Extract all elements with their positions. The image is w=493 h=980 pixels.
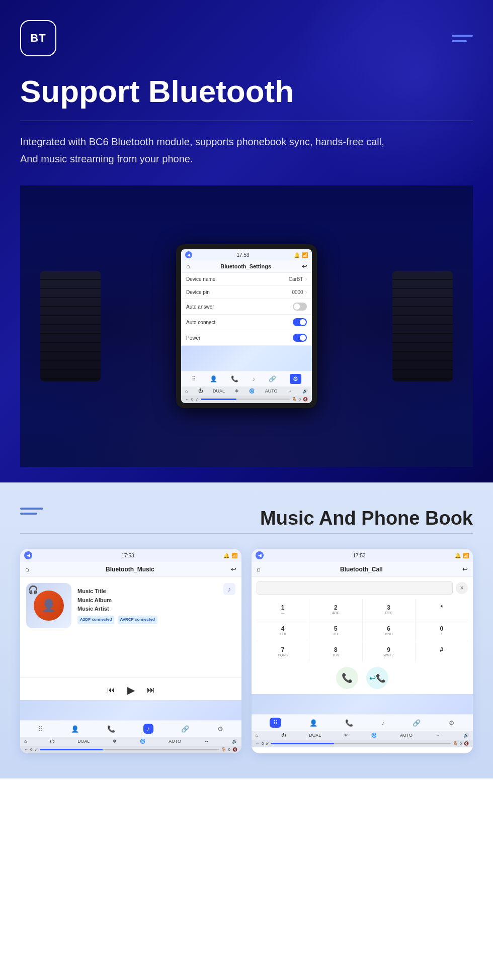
key-1[interactable]: 1— — [257, 599, 309, 620]
headphones-icon: 🎧 — [28, 585, 38, 595]
key-8[interactable]: 8TUV — [309, 641, 362, 662]
call-ctrl-bar: ⌂ ⏻ DUAL ❄ 🌀 AUTO ↔ 🔊 — [252, 731, 473, 740]
hero-nav: BT — [20, 20, 473, 56]
music-nav-settings[interactable]: ⚙ — [217, 725, 223, 733]
music-nav-phone[interactable]: 📞 — [107, 725, 115, 733]
key-5[interactable]: 5JKL — [309, 620, 362, 641]
mc-fan[interactable]: 🌀 — [140, 739, 145, 744]
call-temp-slider[interactable] — [271, 743, 450, 744]
mc-power[interactable]: ⏻ — [50, 739, 54, 744]
key-hash[interactable]: # — [416, 641, 468, 662]
back-icon[interactable]: ↩ — [302, 263, 307, 270]
cs-back[interactable]: ← — [256, 741, 260, 746]
ctrl-phone[interactable]: ↙ — [195, 397, 199, 402]
bottom-hamburger[interactable] — [20, 508, 43, 515]
ms-back[interactable]: ← — [24, 747, 28, 752]
nav-link-icon[interactable]: 🔗 — [269, 375, 276, 382]
cs-phone[interactable]: ↙ — [266, 741, 269, 746]
ctrl-seat[interactable]: 🪑 — [292, 397, 297, 402]
mc-ac[interactable]: ❄ — [113, 739, 117, 744]
call-nav-settings[interactable]: ⚙ — [449, 719, 455, 727]
cs-mute[interactable]: 🔇 — [464, 741, 469, 746]
nav-settings-icon[interactable]: ⚙ — [290, 374, 301, 384]
play-btn[interactable]: ▶ — [127, 684, 135, 696]
nav-music-icon[interactable]: ♪ — [252, 375, 255, 382]
keypad-clear-btn[interactable]: × — [456, 582, 468, 594]
music-home-icon[interactable]: ⌂ — [25, 565, 29, 573]
temp-slider[interactable] — [201, 399, 289, 400]
ctrl-vol[interactable]: 🔊 — [302, 388, 308, 394]
key-4[interactable]: 4GHI — [257, 620, 309, 641]
call-nav-link[interactable]: 🔗 — [413, 719, 421, 727]
key-7[interactable]: 7PQRS — [257, 641, 309, 662]
call-panel-wave — [252, 694, 473, 714]
nav-phone-icon[interactable]: 📞 — [231, 375, 238, 382]
ms-mute[interactable]: 🔇 — [232, 747, 237, 752]
call-back-btn[interactable]: ◀ — [256, 551, 264, 559]
setting-auto-answer[interactable]: Auto answer — [181, 299, 312, 315]
setting-device-name[interactable]: Device name CarBT › — [181, 273, 312, 286]
dial-btn[interactable]: 📞 — [336, 667, 358, 689]
call-home-icon[interactable]: ⌂ — [257, 565, 261, 573]
music-note-icon: ♪ — [223, 583, 235, 595]
ctrl-fan[interactable]: 🌀 — [249, 388, 255, 394]
cc-vol[interactable]: 🔊 — [463, 733, 469, 738]
screen-status-icons: 🔔📶 — [294, 252, 308, 258]
setting-device-pin[interactable]: Device pin 0000 › — [181, 286, 312, 299]
nav-profile-icon[interactable]: 👤 — [210, 375, 217, 382]
home-icon[interactable]: ⌂ — [186, 263, 190, 270]
next-track-btn[interactable]: ⏭ — [147, 685, 155, 695]
music-return-icon[interactable]: ↩ — [231, 565, 236, 573]
hamburger-menu[interactable] — [452, 35, 473, 42]
ctrl-mode[interactable]: ↔ — [288, 388, 292, 394]
music-nav-music[interactable]: ♪ — [143, 724, 153, 734]
music-nav-profile[interactable]: 👤 — [71, 725, 79, 733]
cc-power[interactable]: ⏻ — [281, 733, 286, 738]
music-nav-link[interactable]: 🔗 — [181, 725, 189, 733]
cc-ac[interactable]: ❄ — [344, 733, 348, 738]
music-nav-menu[interactable]: ⠿ — [38, 725, 43, 733]
setting-power[interactable]: Power — [181, 330, 312, 346]
auto-connect-toggle[interactable] — [293, 318, 307, 326]
key-star[interactable]: * — [416, 599, 468, 620]
redial-btn[interactable]: ↩📞 — [366, 667, 388, 689]
mc-home[interactable]: ⌂ — [24, 739, 27, 744]
ctrl-dual[interactable]: DUAL — [213, 388, 225, 394]
ctrl-home[interactable]: ⌂ — [185, 388, 188, 394]
nav-menu-icon[interactable]: ⠿ — [192, 375, 196, 382]
prev-track-btn[interactable]: ⏮ — [107, 685, 115, 695]
call-nav-phone[interactable]: 📞 — [345, 719, 353, 727]
key-2[interactable]: 2ABC — [309, 599, 362, 620]
key-3[interactable]: 3DEF — [363, 599, 415, 620]
ms-phone[interactable]: ↙ — [34, 747, 38, 752]
music-temp-slider[interactable] — [40, 749, 219, 750]
cs-zero1: 0 — [262, 741, 264, 746]
setting-auto-connect[interactable]: Auto connect — [181, 315, 312, 330]
ctrl-auto[interactable]: AUTO — [265, 388, 278, 394]
key-9[interactable]: 9WXYZ — [363, 641, 415, 662]
phone-number-input[interactable] — [257, 581, 453, 595]
hero-title: Support Bluetooth — [20, 74, 473, 109]
hero-section: BT Support Bluetooth Integrated with BC6… — [0, 0, 493, 482]
mc-mode[interactable]: ↔ — [204, 739, 209, 744]
key-0[interactable]: 0+ — [416, 620, 468, 641]
auto-answer-toggle[interactable] — [293, 303, 307, 311]
cc-fan[interactable]: 🌀 — [371, 733, 377, 738]
mc-vol[interactable]: 🔊 — [232, 739, 237, 744]
ms-seat[interactable]: 🪑 — [221, 747, 226, 752]
ctrl-power[interactable]: ⏻ — [198, 388, 203, 394]
cc-mode[interactable]: ↔ — [436, 733, 440, 738]
call-nav-music[interactable]: ♪ — [381, 719, 385, 727]
power-toggle[interactable] — [293, 334, 307, 342]
ctrl-ac[interactable]: ❄ — [235, 388, 239, 394]
music-back-btn[interactable]: ◀ — [24, 551, 32, 559]
screen-back-btn[interactable]: ◀ — [185, 251, 192, 258]
ctrl-back[interactable]: ← — [185, 397, 189, 402]
key-6[interactable]: 6MNO — [363, 620, 415, 641]
ctrl-mute[interactable]: 🔇 — [303, 397, 308, 402]
call-nav-menu[interactable]: ⠿ — [270, 718, 281, 728]
cs-seat[interactable]: 🪑 — [453, 741, 458, 746]
cc-home[interactable]: ⌂ — [256, 733, 258, 738]
call-nav-profile[interactable]: 👤 — [309, 719, 317, 727]
call-return-icon[interactable]: ↩ — [462, 565, 468, 573]
